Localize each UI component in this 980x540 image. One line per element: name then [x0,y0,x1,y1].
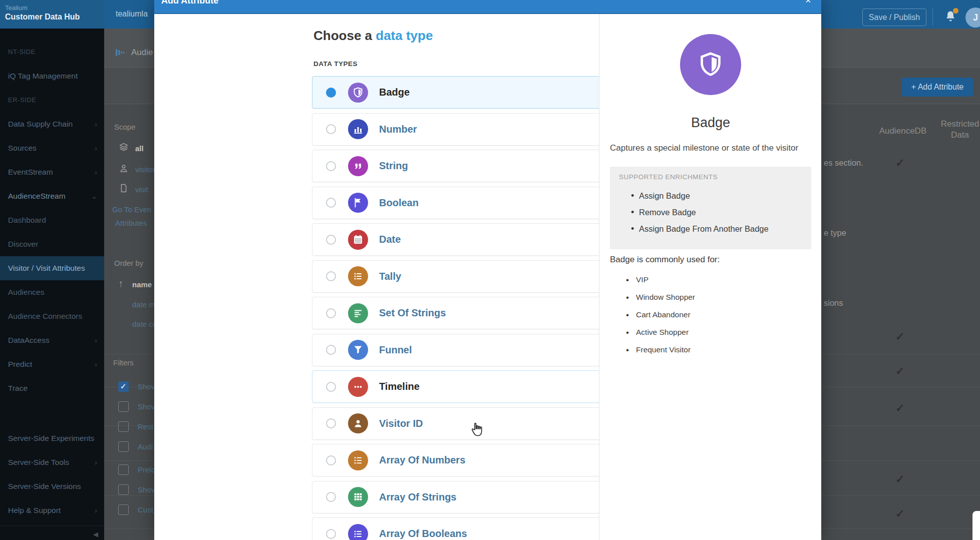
funnel-icon [348,340,368,360]
collapse-sidebar-icon[interactable]: ◀ [93,530,98,538]
go-to-event-link-line2[interactable]: Attributes [115,219,147,227]
checkbox[interactable] [118,504,129,515]
heading-highlight: data type [376,28,433,43]
sidebar-item[interactable]: EventStream › [0,160,104,184]
save-publish-button[interactable]: Save / Publish [862,9,926,26]
sidebar: Tealium Customer Data Hub NT-SIDE iQ Tag… [0,0,104,540]
sidebar-item-label: Server-Side Tools [8,458,69,466]
order-by-option[interactable]: date m [132,300,154,309]
avatar[interactable]: J [965,8,980,28]
sidebar-item[interactable]: ER-SIDE [0,88,104,112]
sidebar-item[interactable]: Server-Side Versions [0,474,104,498]
chevron-icon: › [95,450,97,474]
sidebar-item[interactable]: Predict › [0,352,104,376]
radio-button[interactable] [326,88,336,98]
radio-button[interactable] [326,382,336,392]
radio-button[interactable] [326,529,336,539]
radio-button[interactable] [326,455,336,465]
radio-button[interactable] [326,308,336,318]
sidebar-item[interactable]: Audience Connectors [0,304,104,328]
flag-icon [348,193,368,213]
sidebar-item[interactable]: Help & Support › [0,498,104,522]
checkbox[interactable] [118,484,129,495]
corner-widget[interactable] [972,511,980,540]
order-by-value[interactable]: name [132,280,152,289]
radio-button[interactable] [326,418,336,428]
chevron-icon: › [95,498,97,522]
radio-button[interactable] [326,161,336,171]
sidebar-item-label: AudienceStream [8,192,66,200]
checkbox[interactable] [118,464,129,475]
sidebar-item[interactable]: Trace [0,376,104,400]
data-type-label: Number [379,124,417,135]
add-attribute-button[interactable]: + Add Attribute [902,78,973,97]
filter-checkbox-row[interactable]: Rest [118,416,154,436]
data-type-label: Funnel [379,344,412,356]
sidebar-item[interactable]: Data Supply Chain › [0,112,104,136]
radio-button[interactable] [326,271,336,281]
data-type-label: Badge [379,87,410,98]
detail-title: Badge [599,115,822,131]
sidebar-item-label: Server-Side Experiments [8,434,94,442]
sidebar-item[interactable]: iQ Tag Management [0,64,104,88]
sidebar-item-label: Audience Connectors [8,312,82,320]
scope-option[interactable]: visit [118,183,148,196]
scope-option[interactable]: all [118,142,144,155]
data-type-detail-panel: Badge Captures a special milestone or st… [599,14,821,540]
data-types-label: DATA TYPES [313,60,358,68]
filter-checkbox-row[interactable]: Shov [118,376,154,396]
filter-label-fragment: Audi [138,442,153,451]
sidebar-item[interactable]: Server-Side Tools › [0,450,104,474]
filter-label-fragment: Shov [138,382,154,391]
checkbox[interactable] [118,421,129,432]
filter-checkbox-row[interactable]: Shov [118,479,154,499]
sidebar-item-label: Help & Support [8,506,61,514]
checkmark-icon: ✓ [895,473,904,486]
grid-icon [348,487,368,507]
sidebar-item-label: Data Supply Chain [8,120,73,128]
scope-option[interactable]: visitor [118,163,154,176]
chevron-icon: › [95,352,97,376]
bell-icon[interactable] [943,9,957,24]
close-icon[interactable]: ✕ [805,0,811,5]
filter-checkbox-row[interactable]: Shov [118,396,154,416]
used-for-item: Window Shopper [610,293,695,302]
checkbox[interactable] [118,441,129,452]
filter-label-fragment: Shov [138,485,154,494]
radio-button[interactable] [326,198,336,208]
chevron-icon: › [95,328,97,352]
sidebar-item-label: Predict [8,360,32,368]
sort-arrow-up-icon[interactable]: ↑ [118,278,123,289]
chevron-icon: › [95,160,97,184]
radio-button[interactable] [326,124,336,134]
scope-label: Scope [114,123,136,131]
sidebar-item[interactable]: Dashboard [0,208,104,232]
chevron-icon: ⌄ [91,184,97,208]
used-for-item: VIP [610,275,695,284]
filter-checkbox-row[interactable]: Cust [118,499,154,519]
checkbox[interactable] [118,401,129,412]
sidebar-item[interactable]: NT-SIDE [0,40,104,64]
sidebar-item[interactable]: Sources › [0,136,104,160]
sidebar-item[interactable]: DataAccess › [0,328,104,352]
filter-checkbox-row[interactable]: Audi [118,436,154,456]
data-type-label: Array Of Strings [379,491,456,503]
checkbox[interactable] [118,381,129,392]
sidebar-item-label: Server-Side Versions [8,482,81,490]
radio-button[interactable] [326,345,336,355]
scope-option-label: visitor [135,165,154,174]
data-type-label: String [379,160,408,172]
radio-button[interactable] [326,235,336,245]
filter-checkbox-row[interactable]: Prelc [118,459,154,479]
person-icon [348,413,368,433]
sidebar-item[interactable]: Audiences [0,280,104,304]
checkmark-icon: ✓ [895,402,904,415]
order-by-option[interactable]: date cr [132,320,154,328]
radio-button[interactable] [326,492,336,502]
go-to-event-link[interactable]: Go To Even [112,205,151,214]
sidebar-item[interactable]: Visitor / Visit Attributes [0,256,104,280]
sidebar-item[interactable]: Server-Side Experiments [0,426,104,450]
sidebar-item[interactable]: AudienceStream ⌄ [0,184,104,208]
data-type-label: Tally [379,271,401,282]
sidebar-item[interactable]: Discover [0,232,104,256]
